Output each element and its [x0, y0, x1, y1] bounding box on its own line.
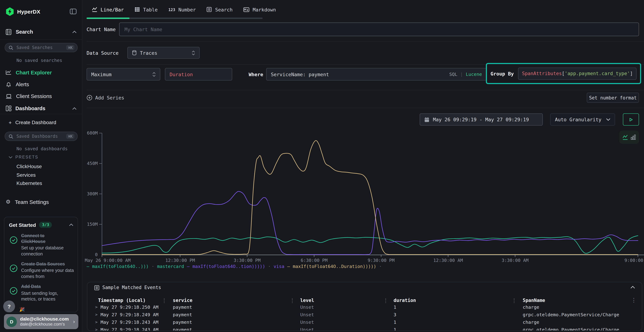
data-source-label: Data Source	[86, 50, 118, 56]
get-started-item-sources[interactable]: Create Data Sources Configure where your…	[4, 258, 78, 281]
help-button[interactable]: ?	[3, 300, 15, 312]
column-header-spanname[interactable]: SpanName	[523, 298, 545, 303]
cell-timestamp: May 27 9:29:18.249 AM	[100, 312, 158, 317]
legend-series-formula[interactable]: maxIf(toFloat64O..)))	[92, 264, 149, 269]
sidebar-item-alerts[interactable]: Alerts	[0, 80, 82, 90]
row-expand-icon[interactable]: >	[95, 327, 98, 331]
add-series-button[interactable]: Add Series	[86, 93, 124, 102]
field-select[interactable]: Duration	[165, 68, 232, 80]
aggregation-value: Maximum	[91, 71, 112, 77]
granularity-value: Auto Granularity	[555, 117, 602, 122]
row-expand-icon[interactable]: >	[95, 305, 98, 310]
create-dashboard-button[interactable]: + Create Dashboard	[0, 117, 82, 127]
sidebar-logo-row: HyperDX	[0, 5, 82, 18]
column-header-duration[interactable]: duration	[394, 298, 416, 303]
sidebar-collapse-icon[interactable]	[70, 8, 76, 14]
get-started-item-add-data[interactable]: Add Data Start sending logs, metrics, or…	[4, 281, 78, 304]
column-header-level[interactable]: level	[300, 298, 314, 303]
where-field[interactable]: ServiceName: payment SQL | Lucene	[266, 68, 486, 80]
chart-name-field[interactable]	[119, 22, 639, 36]
legend-group-value[interactable]: visa	[274, 264, 284, 269]
aggregation-select[interactable]: Maximum	[86, 68, 160, 80]
hyperdx-logo-icon	[6, 7, 14, 16]
saved-dashboards-input[interactable]	[16, 134, 66, 139]
saved-dashboards-search[interactable]: ⌘K	[5, 132, 78, 141]
row-expand-icon[interactable]: >	[95, 312, 98, 317]
sidebar-item-chart-explorer[interactable]: Chart Explorer	[0, 68, 82, 78]
get-started-item-connect[interactable]: Connect to ClickHouse Set up your databa…	[4, 230, 78, 258]
saved-searches-search[interactable]: ⌘K	[5, 43, 78, 52]
line-chart-icon	[6, 70, 12, 76]
preset-kubernetes[interactable]: Kubernetes	[16, 180, 42, 186]
legend-series-formula[interactable]: maxIf(toFloat64O..Duration)))))	[293, 264, 376, 269]
table-menu-icon[interactable]: ⋮	[631, 297, 636, 304]
tab-markdown[interactable]: Markdown	[238, 0, 281, 19]
chart-name-input[interactable]	[124, 26, 634, 32]
bracket-open: [	[562, 71, 564, 76]
preset-clickhouse[interactable]: ClickHouse	[16, 164, 42, 169]
play-icon	[628, 117, 633, 122]
column-header-timestamp[interactable]: Timestamp (Local)	[98, 298, 146, 303]
add-series-label: Add Series	[95, 95, 124, 100]
svg-text:12:30:00 AM: 12:30:00 AM	[433, 258, 463, 262]
create-dashboard-label: Create Dashboard	[16, 120, 56, 125]
cell-spanname: charge	[523, 320, 539, 325]
chevron-right-icon: ›	[72, 319, 76, 324]
search-icon	[8, 45, 13, 50]
tab-line-bar[interactable]: Line/Bar	[86, 0, 129, 19]
timeseries-chart[interactable]: 0150M300M450M600MMay 26 9:00:00 AM12:30:…	[82, 127, 644, 262]
get-started-header[interactable]: Get Started 3/3	[4, 217, 78, 230]
svg-text:12:30:00 PM: 12:30:00 PM	[165, 258, 195, 262]
date-range-picker[interactable]: May 26 09:29:19 - May 27 09:29:19	[420, 114, 543, 126]
row-expand-icon[interactable]: >	[95, 320, 98, 324]
sidebar-section-search[interactable]: Search	[0, 26, 82, 38]
user-org: dale@clickhouse.com's	[20, 322, 69, 327]
column-header-service[interactable]: service	[173, 298, 192, 303]
group-by-field[interactable]: SpanAttributes['app.payment.card_type']	[518, 68, 636, 80]
tab-table[interactable]: Table	[129, 0, 163, 19]
sidebar-section-dashboards[interactable]: Dashboards	[0, 103, 82, 114]
presets-toggle[interactable]: PRESETS	[8, 155, 38, 159]
preset-services[interactable]: Services	[16, 172, 36, 178]
sidebar-item-client-sessions[interactable]: Client Sessions	[0, 91, 82, 101]
tab-number[interactable]: 123 Number	[163, 0, 201, 19]
legend-swatch: —	[86, 264, 89, 269]
number-123-icon: 123	[168, 7, 175, 12]
data-source-select[interactable]: Traces	[127, 47, 200, 59]
tab-search[interactable]: Search	[201, 0, 238, 19]
journal-icon	[6, 29, 12, 35]
no-saved-dashboards-text: No saved dashboards	[16, 146, 68, 151]
user-email: dale@clickhouse.com	[20, 316, 69, 322]
lucene-toggle[interactable]: Lucene	[466, 72, 482, 77]
legend-group-value[interactable]: mastercard	[157, 264, 184, 269]
chevron-up-icon	[69, 224, 73, 226]
plus-circle-icon	[86, 95, 92, 100]
svg-text:3:30:00 PM: 3:30:00 PM	[234, 258, 261, 262]
no-saved-searches-text: No saved searches	[16, 58, 62, 63]
cell-service: payment	[173, 327, 192, 331]
select-chevrons-icon	[152, 72, 156, 77]
cell-duration: 1	[394, 320, 396, 325]
user-menu[interactable]: D dale@clickhouse.com dale@clickhouse.co…	[4, 314, 78, 329]
svg-text:150M: 150M	[87, 222, 98, 227]
column-separator[interactable]	[292, 298, 293, 303]
column-separator[interactable]	[164, 298, 164, 303]
run-query-button[interactable]	[623, 114, 639, 126]
chevron-down-icon	[8, 156, 12, 158]
granularity-select[interactable]: Auto Granularity	[550, 114, 615, 126]
legend-series-formula[interactable]: maxIf(toFloat64O..tion)))))	[192, 264, 265, 269]
collapse-panel-icon[interactable]	[630, 286, 635, 289]
svg-text:9:00:00 AM: 9:00:00 AM	[624, 258, 644, 262]
sidebar-item-team-settings[interactable]: ⚙ Team Settings	[0, 196, 82, 207]
legend-swatch: —	[187, 264, 190, 269]
saved-searches-input[interactable]	[16, 45, 66, 50]
set-number-format-button[interactable]: Set number format	[587, 93, 639, 103]
where-value: ServiceName: payment	[271, 71, 329, 77]
sql-toggle[interactable]: SQL	[449, 72, 457, 77]
column-separator[interactable]	[514, 298, 514, 303]
main-content: Line/Bar Table 123 Number	[82, 0, 644, 332]
line-chart-icon	[92, 7, 97, 12]
column-separator[interactable]	[385, 298, 386, 303]
brand-title: HyperDX	[17, 8, 40, 14]
svg-text:9:30:00 PM: 9:30:00 PM	[368, 258, 395, 262]
